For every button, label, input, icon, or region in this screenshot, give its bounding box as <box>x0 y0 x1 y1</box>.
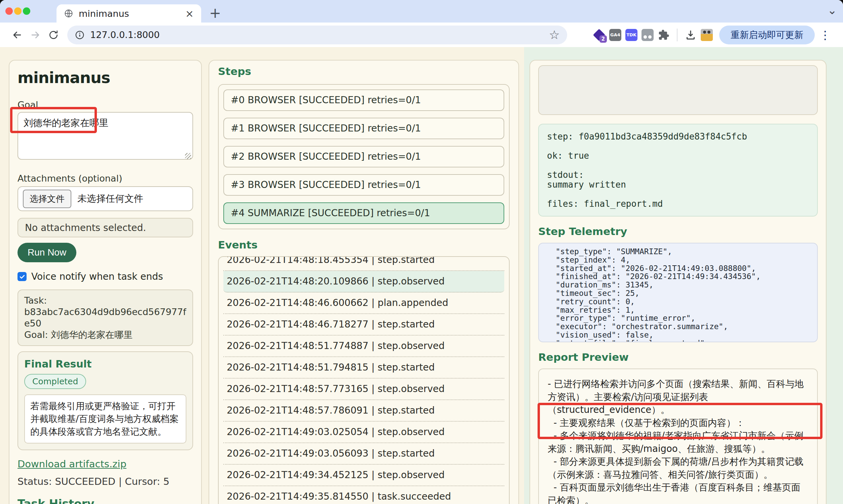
new-tab-button[interactable]: + <box>209 5 221 21</box>
file-input[interactable]: 选择文件 未选择任何文件 <box>17 186 193 211</box>
status-line: Status: SUCCEEDED | Cursor: 5 <box>17 476 193 487</box>
chrome-update-button[interactable]: 重新启动即可更新 <box>719 25 815 44</box>
bookmark-star-icon[interactable]: ☆ <box>549 28 560 42</box>
extensions-puzzle-icon[interactable] <box>657 29 670 41</box>
back-button[interactable] <box>8 26 26 44</box>
event-row-8[interactable]: 2026-02-21T14:49:03.025054 | step.observ… <box>223 421 504 443</box>
telemetry-heading: Step Telemetry <box>538 225 818 237</box>
run-now-button[interactable]: Run Now <box>17 243 76 262</box>
event-row-0[interactable]: 2026-02-21T14:48:18.455354 | step.starte… <box>223 256 504 271</box>
maximize-window-button[interactable] <box>23 7 30 15</box>
telemetry-json-box: "step_type": "SUMMARIZE", "step_index": … <box>538 243 818 342</box>
globe-favicon-icon <box>64 9 73 18</box>
task-history-heading: Task History <box>17 497 193 504</box>
extension-ga4-icon[interactable]: GA4 <box>609 29 622 41</box>
extension-tdk-icon[interactable]: TDK <box>625 29 638 41</box>
final-result-text: 若需最终引用或更严格验证，可打开并截取维基/百度词条与地方权威档案的具体段落或官… <box>24 394 186 444</box>
status-badge: Completed <box>24 374 86 389</box>
extension-icons: 2 GA4 TDK <box>593 29 713 41</box>
step-item-0[interactable]: #0 BROWSER [SUCCEEDED] retries=0/1 <box>223 89 504 111</box>
event-row-9[interactable]: 2026-02-21T14:49:03.056093 | step.starte… <box>223 443 504 465</box>
tab-search-chevron-icon[interactable]: ⌄ <box>827 3 837 17</box>
final-result-card: Final Result Completed 若需最终引用或更严格验证，可打开并… <box>17 352 193 450</box>
choose-file-button[interactable]: 选择文件 <box>23 190 71 208</box>
extension-diamond-icon[interactable]: 2 <box>593 29 605 41</box>
file-status-text: 未选择任何文件 <box>77 192 143 205</box>
event-row-7[interactable]: 2026-02-21T14:48:57.786091 | step.starte… <box>223 400 504 421</box>
no-attachments-notice: No attachments selected. <box>17 218 193 237</box>
app-title: minimanus <box>17 69 193 87</box>
close-window-button[interactable] <box>5 7 13 15</box>
extension-dots-icon[interactable] <box>641 29 654 41</box>
voice-notify-label: Voice notify when task ends <box>31 271 163 282</box>
browser-toolbar: 127.0.0.1:8000 ☆ 2 GA4 TDK 重新启动即可更新 ⋮ <box>0 22 843 47</box>
url-text[interactable]: 127.0.0.1:8000 <box>90 30 549 40</box>
tab-close-icon[interactable]: × <box>186 8 194 19</box>
steps-list: #0 BROWSER [SUCCEEDED] retries=0/1#1 BRO… <box>218 84 510 229</box>
attachments-label: Attachments (optional) <box>17 173 193 184</box>
browser-window: minimanus × + ⌄ 127.0.0.1:8000 ☆ <box>0 0 843 504</box>
step-item-1[interactable]: #1 BROWSER [SUCCEEDED] retries=0/1 <box>223 118 504 139</box>
reload-button[interactable] <box>45 26 63 44</box>
textarea-resize-handle[interactable] <box>185 153 191 159</box>
events-list[interactable]: 2026-02-21T14:48:18.455354 | step.starte… <box>218 256 510 504</box>
event-row-4[interactable]: 2026-02-21T14:48:51.774887 | step.observ… <box>223 336 504 357</box>
steps-events-panel: Steps #0 BROWSER [SUCCEEDED] retries=0/1… <box>209 60 519 504</box>
event-row-11[interactable]: 2026-02-21T14:49:35.814550 | task.succee… <box>223 486 504 504</box>
tab-strip: minimanus × + ⌄ <box>0 0 843 22</box>
step-output-box: step: f0a9011bd3ca48359dd9de83f84c5fcb o… <box>538 124 818 217</box>
event-row-6[interactable]: 2026-02-21T14:48:57.773165 | step.observ… <box>223 379 504 400</box>
step-detail-panel: step: f0a9011bd3ca48359dd9de83f84c5fcb o… <box>529 60 826 504</box>
site-info-icon[interactable] <box>75 30 85 40</box>
detail-zone: step: f0a9011bd3ca48359dd9de83f84c5fcb o… <box>524 47 843 504</box>
report-preview-heading: Report Preview <box>538 351 818 363</box>
download-artifacts-link[interactable]: Download artifacts.zip <box>17 458 126 470</box>
forward-button[interactable] <box>26 26 45 44</box>
profile-avatar[interactable] <box>700 29 713 41</box>
voice-notify-checkbox[interactable] <box>17 272 27 281</box>
event-row-1[interactable]: 2026-02-21T14:48:20.109866 | step.observ… <box>223 271 504 292</box>
event-row-2[interactable]: 2026-02-21T14:48:46.600662 | plan.append… <box>223 292 504 314</box>
extension-badge: 2 <box>599 35 607 43</box>
goal-input[interactable]: 刘德华的老家在哪里 <box>17 112 193 160</box>
event-row-3[interactable]: 2026-02-21T14:48:46.718277 | step.starte… <box>223 314 504 336</box>
goal-label: Goal <box>17 100 193 110</box>
page-content: minimanus Goal 刘德华的老家在哪里 Attachments (op… <box>0 47 843 504</box>
toolbar-separator <box>677 29 678 41</box>
detail-placeholder-box <box>538 65 818 115</box>
step-item-2[interactable]: #2 BROWSER [SUCCEEDED] retries=0/1 <box>223 146 504 167</box>
browser-menu-icon[interactable]: ⋮ <box>820 28 831 42</box>
tab-title: minimanus <box>79 8 183 19</box>
browser-tab[interactable]: minimanus × <box>56 4 201 22</box>
sidebar-panel: minimanus Goal 刘德华的老家在哪里 Attachments (op… <box>9 60 202 504</box>
downloads-icon[interactable] <box>684 29 697 41</box>
steps-heading: Steps <box>218 65 510 77</box>
step-item-4[interactable]: #4 SUMMARIZE [SUCCEEDED] retries=0/1 <box>223 202 504 224</box>
event-row-5[interactable]: 2026-02-21T14:48:51.794815 | step.starte… <box>223 357 504 379</box>
final-result-heading: Final Result <box>24 358 186 370</box>
address-bar[interactable]: 127.0.0.1:8000 ☆ <box>67 25 567 44</box>
events-heading: Events <box>218 239 510 251</box>
minimize-window-button[interactable] <box>14 7 21 15</box>
report-preview-box: - 已进行网络检索并访问多个页面（搜索结果、新闻、百科与地方资讯）。主要检索/访… <box>538 368 818 504</box>
step-item-3[interactable]: #3 BROWSER [SUCCEEDED] retries=0/1 <box>223 174 504 196</box>
task-info-box: Task: b83abc7ac6304d9db96ecd567977fe50 G… <box>17 289 193 346</box>
event-row-10[interactable]: 2026-02-21T14:49:34.452125 | step.observ… <box>223 465 504 486</box>
